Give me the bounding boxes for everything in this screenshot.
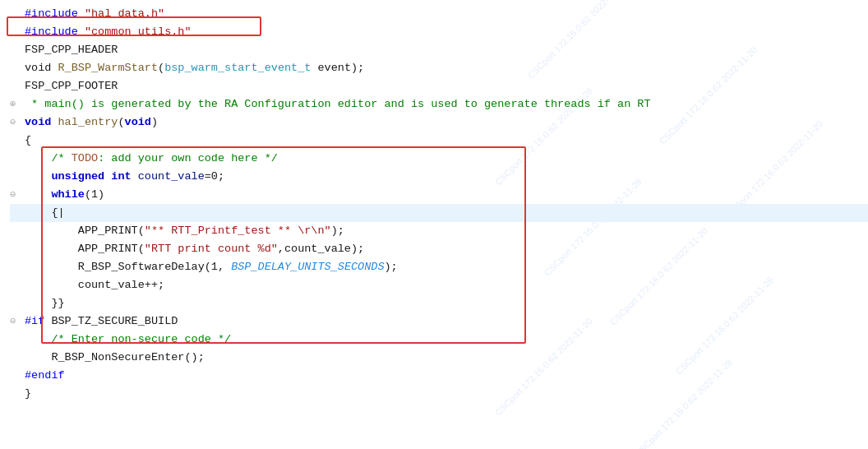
- code-token: {: [25, 134, 31, 146]
- line-content: }: [25, 385, 868, 403]
- code-line: #endif: [10, 367, 868, 385]
- code-token: {: [25, 206, 58, 219]
- code-token: #endif: [25, 369, 65, 382]
- code-token: /* Enter non-secure code */: [25, 333, 231, 345]
- line-content: {: [25, 132, 868, 150]
- code-line: ⊕ * main() is generated by the RA Config…: [10, 95, 868, 113]
- code-lines: #include "hal_data.h"#include "common_ut…: [10, 5, 868, 403]
- line-gutter: ⊖: [10, 186, 21, 204]
- code-token: [25, 170, 51, 183]
- code-line: /* TODO: add your own code here */: [10, 150, 868, 168]
- code-token: count_vale++;: [25, 279, 164, 291]
- code-line: FSP_CPP_FOOTER: [10, 77, 868, 95]
- code-token: APP_PRINT(: [25, 243, 145, 255]
- code-token: ,count_vale);: [278, 243, 364, 255]
- code-line: FSP_CPP_HEADER: [10, 41, 868, 59]
- code-token: "common_utils.h": [85, 25, 192, 38]
- code-token: int: [111, 170, 137, 183]
- code-line: unsigned int count_vale=0;: [10, 168, 868, 186]
- line-content: #endif: [25, 367, 868, 385]
- code-token: |: [58, 206, 65, 219]
- code-token: }: [25, 387, 31, 400]
- code-token: (1): [85, 188, 104, 201]
- code-token: =0;: [205, 170, 224, 183]
- code-token: void: [125, 116, 151, 128]
- code-token: /*: [25, 152, 72, 164]
- code-token: ): [151, 116, 158, 128]
- code-token: #include: [25, 7, 85, 20]
- line-content: void R_BSP_WarmStart(bsp_warm_start_even…: [25, 59, 868, 77]
- code-line: APP_PRINT("** RTT_Printf_test ** \r\n");: [10, 222, 868, 240]
- code-line: {|: [10, 204, 868, 222]
- code-line: /* Enter non-secure code */: [10, 331, 868, 349]
- line-content: APP_PRINT("RTT print count %d",count_val…: [25, 240, 868, 258]
- code-token: hal_entry: [58, 116, 118, 128]
- line-content: APP_PRINT("** RTT_Printf_test ** \r\n");: [25, 222, 868, 240]
- code-token: );: [331, 224, 344, 237]
- line-content: #include "hal_data.h": [25, 5, 868, 23]
- line-content: unsigned int count_vale=0;: [25, 168, 868, 186]
- code-token: #include: [25, 25, 85, 38]
- code-token: void: [25, 116, 58, 128]
- line-content: while(1): [25, 186, 868, 204]
- code-token: void: [25, 62, 58, 74]
- code-token: is generated by the RA Configuration edi…: [85, 98, 651, 110]
- line-content: /* TODO: add your own code here */: [25, 150, 868, 168]
- line-content: FSP_CPP_HEADER: [25, 41, 868, 59]
- code-line: }: [10, 385, 868, 403]
- code-token: while: [51, 188, 85, 201]
- line-content: }}: [25, 294, 868, 312]
- line-content: count_vale++;: [25, 276, 868, 294]
- code-token: bsp_warm_start_event_t: [164, 62, 311, 74]
- code-token: }: [58, 297, 65, 309]
- code-line: APP_PRINT("RTT print count %d",count_val…: [10, 240, 868, 258]
- line-content: R_BSP_SoftwareDelay(1, BSP_DELAY_UNITS_S…: [25, 258, 868, 276]
- code-editor: CSCport 172.16.0.62 2022-11-28CSCport 17…: [0, 0, 868, 449]
- code-token: APP_PRINT(: [25, 224, 145, 237]
- line-content: /* Enter non-secure code */: [25, 331, 868, 349]
- code-line: R_BSP_SoftwareDelay(1, BSP_DELAY_UNITS_S…: [10, 258, 868, 276]
- line-content: void hal_entry(void): [25, 113, 868, 132]
- code-token: R_BSP_SoftwareDelay(1,: [25, 261, 231, 273]
- line-content: * main() is generated by the RA Configur…: [25, 95, 868, 113]
- code-token: "RTT print count %d": [145, 243, 278, 255]
- code-line: ⊖void hal_entry(void): [10, 113, 868, 132]
- line-content: FSP_CPP_FOOTER: [25, 77, 868, 95]
- code-token: BSP_DELAY_UNITS_SECONDS: [231, 261, 384, 273]
- line-content: #include "common_utils.h": [25, 23, 868, 41]
- line-gutter: ⊖: [10, 113, 21, 132]
- code-line: }}: [10, 294, 868, 312]
- code-token: main(): [44, 98, 85, 110]
- code-line: #include "common_utils.h": [10, 23, 868, 41]
- code-line: #include "hal_data.h": [10, 5, 868, 23]
- code-token: FSP_CPP_FOOTER: [25, 80, 118, 92]
- code-token: "** RTT_Printf_test ** \r\n": [145, 224, 331, 237]
- line-gutter: ⊕: [10, 95, 21, 113]
- line-content: {|: [25, 204, 868, 222]
- code-token: "hal_data.h": [85, 7, 164, 20]
- code-line: ⊖#if BSP_TZ_SECURE_BUILD: [10, 312, 868, 331]
- code-token: FSP_CPP_HEADER: [25, 44, 118, 56]
- code-line: {: [10, 132, 868, 150]
- code-token: (: [158, 62, 164, 74]
- code-token: unsigned: [51, 170, 111, 183]
- code-token: : add your own code here */: [98, 152, 278, 164]
- code-token: }: [25, 297, 58, 309]
- code-token: BSP_TZ_SECURE_BUILD: [51, 315, 178, 327]
- code-line: void R_BSP_WarmStart(bsp_warm_start_even…: [10, 59, 868, 77]
- line-content: #if BSP_TZ_SECURE_BUILD: [25, 312, 868, 331]
- code-line: ⊖ while(1): [10, 186, 868, 204]
- line-content: R_BSP_NonSecureEnter();: [25, 349, 868, 367]
- line-gutter: ⊖: [10, 312, 21, 331]
- code-token: );: [385, 261, 398, 273]
- code-token: R_BSP_WarmStart: [58, 62, 159, 74]
- code-token: (: [118, 116, 124, 128]
- code-token: R_BSP_NonSecureEnter();: [25, 351, 205, 363]
- code-token: event);: [311, 62, 364, 74]
- code-token: TODO: [72, 152, 98, 164]
- code-token: #if: [25, 315, 51, 327]
- code-token: [25, 188, 51, 201]
- code-line: count_vale++;: [10, 276, 868, 294]
- code-token: *: [25, 98, 44, 110]
- code-token: count_vale: [138, 170, 205, 183]
